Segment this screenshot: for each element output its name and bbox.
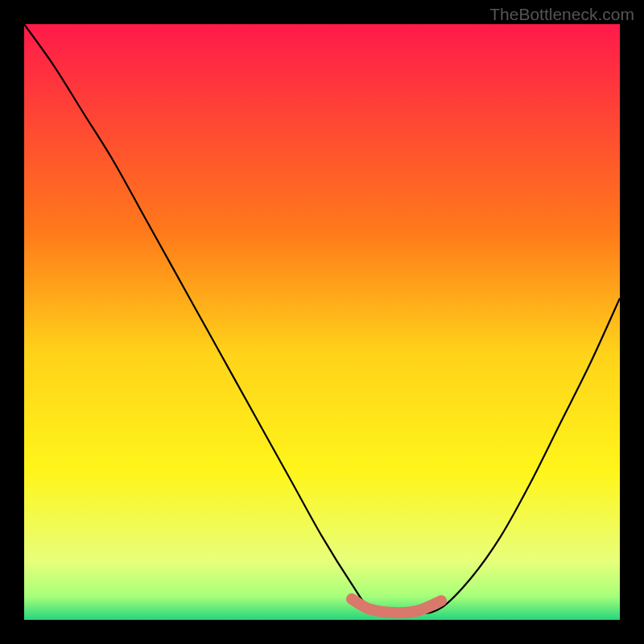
gradient-background — [24, 24, 620, 620]
watermark-text: TheBottleneck.com — [489, 5, 634, 24]
chart-svg — [24, 24, 620, 620]
chart-plot-area — [24, 24, 620, 620]
